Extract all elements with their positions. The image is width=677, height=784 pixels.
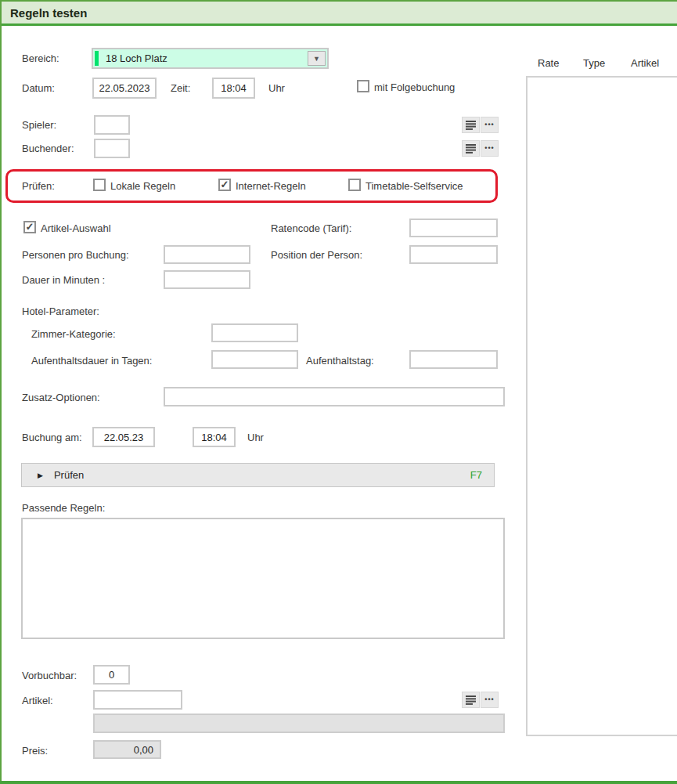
column-header-rate: Rate xyxy=(538,57,559,69)
buchung-am-datum-input[interactable] xyxy=(92,427,155,447)
ratencode-label: Ratencode (Tarif): xyxy=(271,222,351,234)
artikel-more-button[interactable]: ••• xyxy=(481,692,499,708)
column-header-type: Type xyxy=(583,57,605,69)
menu-icon xyxy=(466,121,477,130)
artikel-auswahl-checkbox[interactable]: ✓ xyxy=(23,221,36,233)
artikel-input[interactable] xyxy=(93,690,182,710)
lokale-regeln-checkbox[interactable] xyxy=(93,179,106,191)
spieler-more-button[interactable]: ••• xyxy=(481,117,499,133)
aufenthaltsdauer-label: Aufenthaltsdauer in Tagen: xyxy=(31,355,152,367)
buchung-am-label: Buchung am: xyxy=(22,432,82,443)
hotel-parameter-label: Hotel-Parameter: xyxy=(22,305,99,317)
dauer-label: Dauer in Minuten : xyxy=(22,274,105,286)
internet-regeln-label: Internet-Regeln xyxy=(236,180,306,192)
bereich-dropdown-button[interactable]: ▼ xyxy=(308,51,326,66)
vorbuchbar-input[interactable] xyxy=(93,665,130,685)
timetable-selfservice-label: Timetable-Selfservice xyxy=(366,180,463,192)
window-border-bottom xyxy=(0,781,677,784)
position-label: Position der Person: xyxy=(271,249,362,261)
zimmer-kategorie-label: Zimmer-Kategorie: xyxy=(31,328,116,340)
regeln-testen-dialog: Regeln testen Bereich: 18 Loch Platz ▼ D… xyxy=(0,0,677,784)
spieler-input[interactable] xyxy=(94,115,130,135)
preis-label: Preis: xyxy=(22,745,48,757)
column-header-artikel: Artikel xyxy=(631,57,659,69)
spieler-label: Spieler: xyxy=(22,119,56,131)
datum-label: Datum: xyxy=(22,82,55,94)
internet-regeln-checkbox[interactable]: ✓ xyxy=(218,179,231,191)
pruefen-shortcut-badge: F7 xyxy=(470,469,482,481)
pruefen-expander-label: Prüfen xyxy=(54,469,84,481)
aufenthaltstag-input[interactable] xyxy=(409,350,498,369)
datum-input[interactable] xyxy=(92,78,157,99)
artikel-label: Artikel: xyxy=(22,695,53,706)
personen-input[interactable] xyxy=(164,245,250,264)
dauer-input[interactable] xyxy=(164,270,250,289)
buchung-am-zeit-input[interactable] xyxy=(193,427,236,447)
pruefen-expander-button[interactable]: ▶ Prüfen F7 xyxy=(21,463,495,487)
passende-regeln-listbox[interactable] xyxy=(21,518,505,639)
ellipsis-icon: ••• xyxy=(484,121,494,128)
buchender-list-button[interactable] xyxy=(462,140,480,157)
expander-arrow-icon: ▶ xyxy=(38,471,43,479)
menu-icon xyxy=(466,144,477,154)
aufenthaltstag-label: Aufenthaltstag: xyxy=(306,355,374,367)
folgebuchung-label: mit Folgebuchung xyxy=(374,81,455,93)
spieler-list-button[interactable] xyxy=(462,117,480,133)
vorbuchbar-label: Vorbuchbar: xyxy=(22,670,77,681)
preis-input[interactable] xyxy=(93,740,161,759)
menu-icon xyxy=(466,695,477,705)
uhr-label: Uhr xyxy=(268,82,285,94)
passende-regeln-label: Passende Regeln: xyxy=(22,502,105,514)
buchung-am-uhr-label: Uhr xyxy=(247,432,264,443)
personen-label: Personen pro Buchung: xyxy=(22,249,129,261)
pruefen-label: Prüfen: xyxy=(22,180,55,192)
zimmer-kategorie-input[interactable] xyxy=(211,323,298,342)
buchender-label: Buchender: xyxy=(22,143,74,154)
aufenthaltsdauer-input[interactable] xyxy=(211,350,298,369)
buchender-input[interactable] xyxy=(94,139,130,158)
bereich-dropdown[interactable]: 18 Loch Platz ▼ xyxy=(92,48,329,69)
selection-color-bar xyxy=(95,51,99,66)
artikel-list-button[interactable] xyxy=(462,692,480,708)
position-input[interactable] xyxy=(409,245,498,264)
chevron-down-icon: ▼ xyxy=(313,55,320,63)
artikel-description-field xyxy=(93,714,505,733)
ratencode-input[interactable] xyxy=(409,219,498,237)
timetable-selfservice-checkbox[interactable] xyxy=(348,179,361,191)
zusatz-optionen-label: Zusatz-Optionen: xyxy=(22,392,100,403)
title-bar: Regeln testen xyxy=(0,0,677,26)
window-border-left xyxy=(0,0,2,784)
ellipsis-icon: ••• xyxy=(484,696,494,703)
page-title: Regeln testen xyxy=(10,6,87,20)
bereich-value: 18 Loch Platz xyxy=(106,52,167,64)
buchender-more-button[interactable]: ••• xyxy=(481,140,499,157)
ellipsis-icon: ••• xyxy=(484,145,494,152)
bereich-label: Bereich: xyxy=(22,52,59,64)
zeit-input[interactable] xyxy=(212,78,255,99)
rate-result-listbox[interactable] xyxy=(526,76,677,736)
zeit-label: Zeit: xyxy=(171,82,190,94)
folgebuchung-checkbox[interactable] xyxy=(357,80,369,92)
artikel-auswahl-label: Artikel-Auswahl xyxy=(41,222,111,234)
lokale-regeln-label: Lokale Regeln xyxy=(110,180,175,192)
zusatz-optionen-input[interactable] xyxy=(164,387,505,406)
